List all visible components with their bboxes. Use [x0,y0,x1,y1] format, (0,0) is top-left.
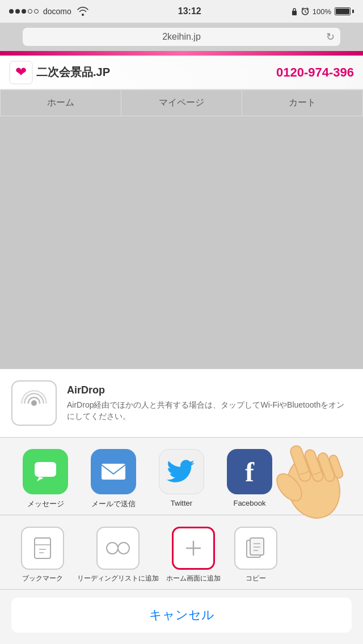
copy-label: コピー [246,574,266,583]
action-bookmark[interactable]: ブックマーク [11,527,74,583]
twitter-bird-icon [167,459,196,484]
readinglist-label: リーディングリストに追加 [77,574,159,583]
share-sheet-overlay: AirDrop AirDrop経由でほかの人と共有する場合は、タップしてWi-F… [0,0,363,644]
actions-row: ブックマーク リーディングリストに追加 [0,527,363,583]
action-homescreen[interactable]: ホーム画面に追加 [162,527,225,583]
action-copy[interactable]: コピー [225,527,287,583]
homescreen-icon [172,527,215,570]
copy-shape-icon [246,537,266,560]
twitter-app-icon [159,449,204,494]
twitter-label: Twitter [171,499,192,507]
bookmark-label: ブックマーク [22,574,63,583]
messages-label: メッセージ [27,499,64,509]
homescreen-plus-icon [183,538,204,558]
svg-point-8 [107,543,118,554]
cancel-section: キャンセル [0,590,363,644]
bookmark-shape-icon [32,537,53,560]
svg-point-9 [118,543,129,554]
share-apps-row: メッセージ メールで送信 [0,449,363,509]
svg-rect-7 [35,538,50,558]
mail-app-icon [91,449,136,494]
airdrop-icon [20,389,48,417]
action-readinglist[interactable]: リーディングリストに追加 [74,527,162,583]
share-app-mail[interactable]: メールで送信 [79,449,147,509]
airdrop-description: AirDrop経由でほかの人と共有する場合は、タップしてWi-FiやBlueto… [67,400,352,422]
readinglist-shape-icon [105,540,130,557]
readinglist-icon [96,527,140,570]
airdrop-title: AirDrop [67,384,352,396]
copy-icon [234,527,277,570]
share-apps-section: メッセージ メールで送信 [0,438,363,515]
svg-point-4 [31,400,37,406]
svg-rect-6 [102,464,125,480]
bookmark-icon [21,527,64,570]
svg-rect-13 [250,538,264,555]
share-app-facebook[interactable]: f Facebook [216,449,284,509]
svg-rect-5 [35,462,56,477]
airdrop-section[interactable]: AirDrop AirDrop経由でほかの人と共有する場合は、タップしてWi-F… [0,369,363,438]
messages-app-icon [23,449,68,494]
airdrop-icon-box [11,380,57,426]
mail-envelope-icon [99,459,128,484]
cancel-button[interactable]: キャンセル [11,598,352,633]
share-sheet: AirDrop AirDrop経由でほかの人と共有する場合は、タップしてWi-F… [0,369,363,644]
airdrop-text: AirDrop AirDrop経由でほかの人と共有する場合は、タップしてWi-F… [67,384,352,422]
facebook-f-icon: f [245,456,254,488]
homescreen-label: ホーム画面に追加 [166,574,221,583]
facebook-app-icon: f [227,449,272,494]
share-app-messages[interactable]: メッセージ [11,449,79,509]
share-app-twitter[interactable]: Twitter [147,449,216,509]
messages-bubble-icon [31,457,60,486]
facebook-label: Facebook [233,499,265,507]
mail-label: メールで送信 [91,499,136,509]
actions-section: ブックマーク リーディングリストに追加 [0,515,363,590]
